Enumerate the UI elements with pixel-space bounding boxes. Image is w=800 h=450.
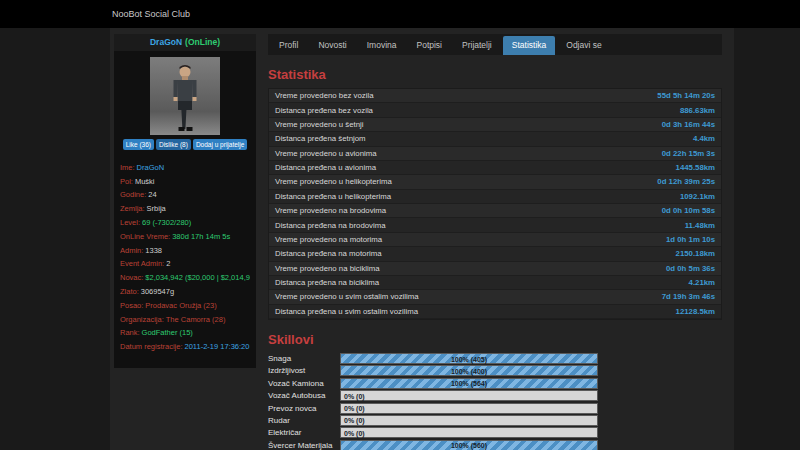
info-row-posao: Posao:Prodavac Oružja (23) xyxy=(120,301,250,310)
stat-label: Distanca pređena bez vozila xyxy=(275,106,373,115)
tab-potpisi[interactable]: Potpisi xyxy=(407,36,451,55)
stat-row: Distanca pređena u avionima1445.58km xyxy=(269,161,721,175)
topbar: NooBot Social Club xyxy=(0,0,800,28)
info-value: 1338 xyxy=(145,246,162,255)
info-value: $2,034,942 ($20,000 | $2,014,942) xyxy=(145,273,250,282)
stat-row: Vreme provedeno na motorima1d 0h 1m 10s xyxy=(269,233,721,247)
info-label: Level: xyxy=(120,218,140,227)
info-value: 69 (-7302/280) xyxy=(142,218,191,227)
stat-row: Vreme provedeno u šetnji0d 3h 16m 44s xyxy=(269,118,721,132)
skill-row: Vozač Kamiona100% (564) xyxy=(268,378,722,389)
stat-row: Vreme provedeno u avionima0d 22h 15m 3s xyxy=(269,147,721,161)
skill-row: Rudar0% (0) xyxy=(268,415,722,426)
info-row-ime: Ime:DraGoN xyxy=(120,163,250,172)
stat-row: Distanca pređena šetnjom4.4km xyxy=(269,132,721,146)
stat-value: 0d 3h 16m 44s xyxy=(662,120,715,129)
info-row-zemlja: Zemlja:Srbija xyxy=(120,204,250,213)
skill-value: 100% (560) xyxy=(451,442,487,449)
stat-row: Distanca pređena bez vozila886.63km xyxy=(269,103,721,117)
dislike-button[interactable]: Dislike (8) xyxy=(156,139,191,150)
profile-info-list: Ime:DraGoN Pol:Muški Godine:24 Zemlja:Sr… xyxy=(114,156,256,358)
stat-row: Distanca pređena na motorima2150.18km xyxy=(269,247,721,261)
info-value: 3069547g xyxy=(141,287,174,296)
info-label: Admin: xyxy=(120,246,143,255)
tab-imovina[interactable]: Imovina xyxy=(358,36,406,55)
info-row-event-admin: Event Admin:2 xyxy=(120,259,250,268)
skill-progressbar: 100% (400) xyxy=(340,365,598,376)
info-value: The Camorra (28) xyxy=(166,315,226,324)
stats-table: Vreme provedeno bez vozila55d 5h 14m 20s… xyxy=(268,88,722,320)
info-value: Muški xyxy=(135,177,155,186)
main-content: Profil Novosti Imovina Potpisi Prijatelj… xyxy=(256,34,730,450)
skill-progressbar: 100% (560) xyxy=(340,440,598,450)
stat-label: Vreme provedeno u šetnji xyxy=(275,120,364,129)
stat-value: 1d 0h 1m 10s xyxy=(666,235,715,244)
info-label: Zlato: xyxy=(120,287,139,296)
like-button[interactable]: Like (36) xyxy=(123,139,154,150)
skill-label: Švercer Materijala xyxy=(268,441,340,450)
tab-profil[interactable]: Profil xyxy=(270,36,307,55)
stat-row: Vreme provedeno u helikopterima0d 12h 39… xyxy=(269,175,721,189)
info-row-pol: Pol:Muški xyxy=(120,177,250,186)
stat-label: Distanca pređena u avionima xyxy=(275,163,376,172)
stat-row: Distanca pređena na biciklima4.21km xyxy=(269,276,721,290)
info-label: Rank: xyxy=(120,328,140,337)
skill-value: 0% (0) xyxy=(344,405,365,412)
info-row-novac: Novac:$2,034,942 ($20,000 | $2,014,942) xyxy=(120,273,250,282)
stat-row: Vreme provedeno u svim ostalim vozilima7… xyxy=(269,290,721,304)
skills-list: Snaga100% (405) Izdržljivost100% (400) V… xyxy=(268,353,722,450)
info-label: Ime: xyxy=(120,163,135,172)
skill-row: Prevoz novca0% (0) xyxy=(268,403,722,414)
stat-label: Distanca pređena šetnjom xyxy=(275,134,366,143)
skill-progressbar: 100% (564) xyxy=(340,378,598,389)
stat-value: 1092.1km xyxy=(680,192,715,201)
stat-label: Vreme provedeno u helikopterima xyxy=(275,177,392,186)
info-label: Pol: xyxy=(120,177,133,186)
stat-label: Vreme provedeno na biciklima xyxy=(275,264,380,273)
info-label: Godine: xyxy=(120,190,146,199)
stat-label: Vreme provedeno bez vozila xyxy=(275,91,374,100)
stat-value: 0d 0h 5m 36s xyxy=(666,264,715,273)
stat-label: Distanca pređena u svim ostalim vozilima xyxy=(275,307,418,316)
skill-row: Izdržljivost100% (400) xyxy=(268,365,722,376)
tab-statistika[interactable]: Statistika xyxy=(503,36,556,55)
info-value: 2011-2-19 17:36:20 xyxy=(185,342,250,351)
skill-row: Vozač Autobusa0% (0) xyxy=(268,390,722,401)
skill-progressbar: 100% (405) xyxy=(340,353,598,364)
stat-value: 886.63km xyxy=(680,106,715,115)
stat-row: Distanca pređena u svim ostalim vozilima… xyxy=(269,305,721,319)
info-label: Organizacija: xyxy=(120,315,164,324)
info-row-zlato: Zlato:3069547g xyxy=(120,287,250,296)
skill-label: Snaga xyxy=(268,354,340,363)
info-value: DraGoN xyxy=(137,163,165,172)
stat-label: Distanca pređena na brodovima xyxy=(275,221,386,230)
skill-progressbar: 0% (0) xyxy=(340,403,598,414)
stat-row: Vreme provedeno bez vozila55d 5h 14m 20s xyxy=(269,89,721,103)
stat-value: 7d 19h 3m 46s xyxy=(662,292,715,301)
site-title: NooBot Social Club xyxy=(112,0,190,28)
info-row-godine: Godine:24 xyxy=(120,190,250,199)
tab-odjavi-se[interactable]: Odjavi se xyxy=(557,36,610,55)
stat-row: Distanca pređena u helikopterima1092.1km xyxy=(269,190,721,204)
stat-value: 11.48km xyxy=(685,221,715,230)
stat-value: 0d 12h 39m 25s xyxy=(657,177,715,186)
skill-label: Vozač Kamiona xyxy=(268,379,340,388)
tab-prijatelji[interactable]: Prijatelji xyxy=(453,36,501,55)
stat-value: 1445.58km xyxy=(676,163,715,172)
avatar-figure-icon xyxy=(164,63,206,135)
stat-value: 0d 0h 10m 58s xyxy=(662,206,715,215)
stats-heading: Statistika xyxy=(268,67,722,82)
skill-value: 0% (0) xyxy=(344,392,365,399)
stat-row: Vreme provedeno na biciklima0d 0h 5m 36s xyxy=(269,262,721,276)
add-friend-button[interactable]: Dodaj u prijatelje xyxy=(193,139,247,150)
skill-value: 100% (400) xyxy=(451,367,487,374)
profile-actions: Like (36) Dislike (8) Dodaj u prijatelje xyxy=(116,139,254,150)
info-label: Zemlja: xyxy=(120,204,145,213)
skill-progressbar: 0% (0) xyxy=(340,415,598,426)
skill-value: 100% (405) xyxy=(451,355,487,362)
info-row-organizacija: Organizacija:The Camorra (28) xyxy=(120,315,250,324)
info-row-online-vreme: OnLine Vreme:380d 17h 14m 5s xyxy=(120,232,250,241)
skill-label: Prevoz novca xyxy=(268,404,340,413)
tab-novosti[interactable]: Novosti xyxy=(309,36,355,55)
stat-value: 12128.5km xyxy=(676,307,715,316)
